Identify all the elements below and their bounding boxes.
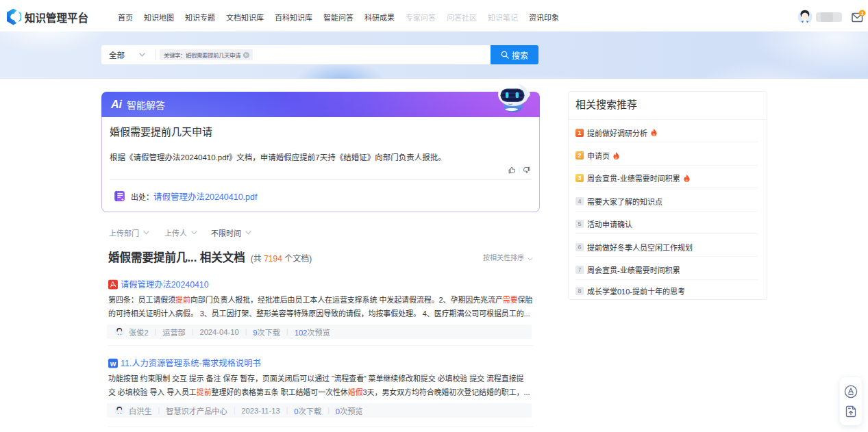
svg-text:W: W — [110, 360, 116, 367]
svg-text:1: 1 — [860, 10, 863, 16]
